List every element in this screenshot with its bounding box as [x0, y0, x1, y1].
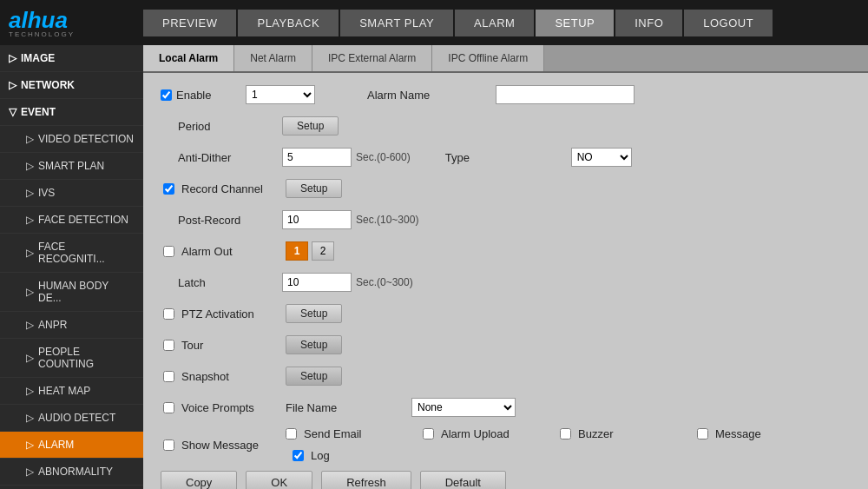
period-row: Period Setup [161, 115, 851, 137]
snapshot-setup-button[interactable]: Setup [286, 367, 342, 386]
sidebar-item-abnormality[interactable]: ▷ ABNORMALITY [0, 459, 143, 486]
sidebar-item-alarm[interactable]: ▷ ALARM [0, 432, 143, 459]
ptz-activation-checkbox[interactable] [163, 308, 174, 320]
log-checkbox[interactable] [293, 450, 304, 461]
anti-dither-sec: Sec.(0-600) [356, 151, 411, 163]
sidebar-item-people-counting[interactable]: ▷ PEOPLE COUNTING [0, 339, 143, 378]
sidebar-item-alarm-output[interactable]: ▷ ALARM OUTPUT [0, 486, 143, 489]
sidebar-label-human-body: HUMAN BODY DE... [38, 280, 135, 304]
post-record-label: Post-Record [161, 214, 282, 227]
buzzer-checkbox[interactable] [560, 428, 571, 439]
tab-ipc-external-alarm[interactable]: IPC External Alarm [312, 45, 432, 71]
post-record-sec: Sec.(10~300) [356, 214, 418, 226]
sidebar-item-network[interactable]: ▷ NETWORK [0, 72, 143, 99]
nav-setup[interactable]: SETUP [536, 10, 614, 36]
show-message-checkbox[interactable] [163, 439, 174, 451]
tab-ipc-offline-alarm[interactable]: IPC Offline Alarm [432, 45, 544, 71]
alarm-out-btn-2[interactable]: 2 [312, 241, 334, 261]
logo: alhua TECHNOLOGY [0, 7, 143, 38]
type-select[interactable]: NONC [571, 148, 632, 167]
tour-row: Tour Setup [161, 334, 851, 356]
form-area: Enable 1234 Alarm Name Period Setup Anti… [143, 73, 868, 489]
sidebar-item-human-body[interactable]: ▷ HUMAN BODY DE... [0, 273, 143, 312]
alarm-out-btn-1[interactable]: 1 [286, 241, 308, 261]
log-label: Log [311, 449, 330, 462]
latch-input[interactable] [282, 273, 352, 292]
alarm-upload-checkbox[interactable] [423, 428, 434, 439]
alarm-name-label: Alarm Name [367, 89, 489, 102]
nav-info[interactable]: INFO [615, 10, 682, 36]
voice-prompts-row: Voice Prompts File Name None [161, 396, 851, 419]
latch-label: Latch [161, 276, 282, 289]
post-record-input[interactable] [282, 210, 352, 229]
content-area: Local Alarm Net Alarm IPC External Alarm… [143, 45, 868, 489]
tour-setup-button[interactable]: Setup [286, 335, 342, 354]
alarm-name-input[interactable] [496, 85, 635, 104]
sidebar-label-anpr: ANPR [38, 319, 67, 331]
sidebar-item-face-recogniti[interactable]: ▷ FACE RECOGNITI... [0, 234, 143, 273]
sidebar-label-people-counting: PEOPLE COUNTING [38, 346, 135, 370]
sidebar-item-ivs[interactable]: ▷ IVS [0, 180, 143, 207]
sidebar-item-image[interactable]: ▷ IMAGE [0, 45, 143, 72]
sidebar: ▷ IMAGE ▷ NETWORK ▽ EVENT ▷ VIDEO DETECT… [0, 45, 143, 489]
sidebar-item-face-detection[interactable]: ▷ FACE DETECTION [0, 207, 143, 234]
tab-net-alarm[interactable]: Net Alarm [234, 45, 312, 71]
post-record-row: Post-Record Sec.(10~300) [161, 208, 851, 231]
arrow-down-icon: ▽ [9, 106, 16, 118]
sidebar-item-heat-map[interactable]: ▷ HEAT MAP [0, 378, 143, 405]
tab-local-alarm[interactable]: Local Alarm [143, 45, 234, 71]
alarm-out-label: Alarm Out [181, 245, 286, 258]
voice-prompts-checkbox[interactable] [163, 402, 174, 413]
logo-sub: TECHNOLOGY [9, 30, 75, 38]
sidebar-label-ivs: IVS [38, 187, 55, 199]
snapshot-checkbox[interactable] [163, 371, 174, 382]
send-email-label: Send Email [304, 427, 361, 440]
channel-select[interactable]: 1234 [246, 85, 315, 104]
record-channel-row: Record Channel Setup [161, 177, 851, 200]
arrow-right-icon: ▷ [26, 160, 34, 172]
logo-text: alhua [9, 7, 68, 33]
refresh-button[interactable]: Refresh [321, 471, 411, 489]
enable-label: Enable [176, 89, 246, 102]
nav-alarm[interactable]: ALARM [455, 10, 534, 36]
top-nav: alhua TECHNOLOGY PREVIEW PLAYBACK SMART … [0, 0, 868, 45]
sidebar-label-alarm: ALARM [38, 439, 74, 451]
alarm-upload-label: Alarm Upload [441, 427, 510, 440]
anti-dither-label: Anti-Dither [161, 151, 282, 164]
tour-checkbox[interactable] [163, 340, 174, 351]
nav-playback[interactable]: PLAYBACK [238, 10, 339, 36]
snapshot-row: Snapshot Setup [161, 365, 851, 387]
record-channel-checkbox[interactable] [163, 183, 174, 195]
sidebar-item-audio-detect[interactable]: ▷ AUDIO DETECT [0, 405, 143, 432]
sidebar-label-network: NETWORK [21, 79, 75, 91]
nav-smart-play[interactable]: SMART PLAY [340, 10, 453, 36]
nav-preview[interactable]: PREVIEW [143, 10, 236, 36]
ok-button[interactable]: OK [246, 471, 312, 489]
anti-dither-input[interactable] [282, 148, 352, 167]
sidebar-item-event[interactable]: ▽ EVENT [0, 99, 143, 126]
message-checkbox[interactable] [697, 428, 708, 439]
default-button[interactable]: Default [420, 471, 506, 489]
arrow-right-icon: ▷ [26, 466, 34, 478]
send-email-checkbox[interactable] [286, 428, 297, 439]
sidebar-label-face-recogniti: FACE RECOGNITI... [38, 241, 135, 265]
sidebar-item-video-detection[interactable]: ▷ VIDEO DETECTION [0, 126, 143, 153]
sidebar-label-audio-detect: AUDIO DETECT [38, 412, 115, 424]
sidebar-label-face-detection: FACE DETECTION [38, 214, 128, 226]
sidebar-item-smart-plan[interactable]: ▷ SMART PLAN [0, 153, 143, 180]
sidebar-label-video-detection: VIDEO DETECTION [38, 133, 134, 145]
copy-button[interactable]: Copy [161, 471, 237, 489]
sidebar-label-heat-map: HEAT MAP [38, 385, 90, 397]
main-layout: ▷ IMAGE ▷ NETWORK ▽ EVENT ▷ VIDEO DETECT… [0, 45, 868, 489]
alarm-out-checkbox[interactable] [163, 246, 174, 257]
period-setup-button[interactable]: Setup [282, 116, 339, 135]
sidebar-item-anpr[interactable]: ▷ ANPR [0, 312, 143, 339]
nav-logout[interactable]: LOGOUT [684, 10, 773, 36]
arrow-right-icon: ▷ [26, 412, 34, 424]
record-channel-setup-button[interactable]: Setup [286, 179, 342, 198]
file-name-select[interactable]: None [411, 398, 516, 417]
arrow-right-icon: ▷ [26, 187, 34, 199]
ptz-activation-setup-button[interactable]: Setup [286, 304, 342, 323]
latch-sec: Sec.(0~300) [356, 276, 413, 288]
enable-checkbox[interactable] [161, 89, 172, 101]
